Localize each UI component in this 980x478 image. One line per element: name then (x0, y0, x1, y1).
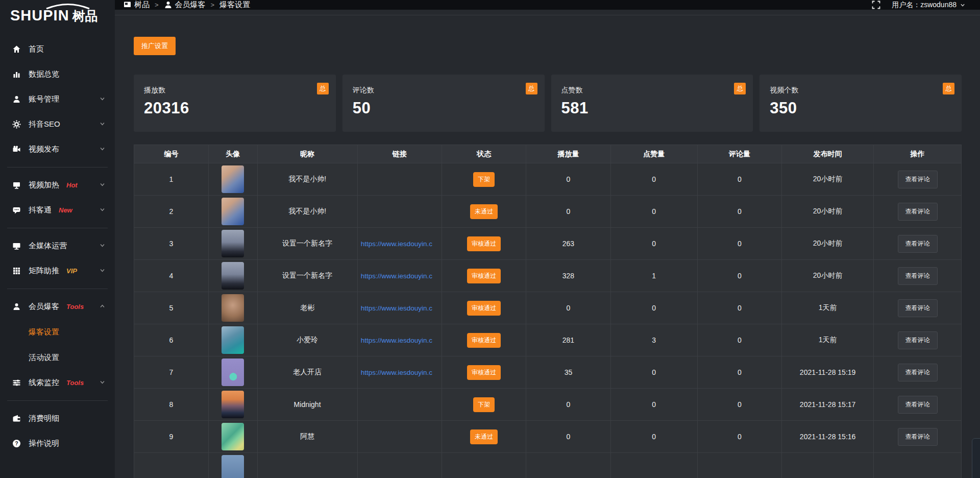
sidebar-item[interactable]: 视频发布 (0, 137, 115, 162)
status-badge: 下架 (473, 397, 495, 412)
view-comments-button[interactable]: 查看评论 (898, 171, 938, 188)
cell-comments: 0 (697, 196, 781, 228)
status-badge: 审核通过 (467, 333, 501, 348)
cell-comments: 0 (697, 260, 781, 292)
cell-nickname: 老人开店 (257, 356, 357, 389)
sidebar-menu: 首页数据总览账号管理抖音SEO视频发布视频加热Hot抖客通New全媒体运营矩阵助… (0, 30, 115, 456)
sidebar-subitem[interactable]: 爆客设置 (0, 319, 115, 345)
sidebar-item-label: 抖客通 (29, 205, 52, 215)
column-header: 发布时间 (782, 145, 874, 163)
video-link[interactable]: https://www.iesdouyin.c (361, 240, 440, 248)
cell-id: 1 (134, 163, 209, 196)
sidebar-item[interactable]: 全媒体运营 (0, 233, 115, 258)
cell-avatar (208, 324, 257, 356)
sidebar-item[interactable]: 抖音SEO (0, 112, 115, 137)
view-comments-button[interactable]: 查看评论 (898, 396, 938, 414)
view-comments-button[interactable]: 查看评论 (898, 235, 938, 253)
total-badge: 总 (526, 83, 537, 94)
cell-id: 9 (134, 421, 209, 453)
cell-likes: 0 (610, 228, 697, 260)
chat-icon (11, 206, 21, 214)
sidebar-item-label: 矩阵助推 (29, 266, 59, 276)
view-comments-button[interactable]: 查看评论 (898, 428, 938, 446)
table-row (134, 453, 962, 478)
view-comments-button[interactable]: 查看评论 (898, 299, 938, 317)
sidebar-item[interactable]: 线索监控Tools (0, 370, 115, 395)
table-row: 6小爱玲https://www.iesdouyin.c审核通过281301天前查… (134, 324, 962, 356)
sidebar-item-label: 抖音SEO (29, 119, 60, 129)
view-comments-button[interactable]: 查看评论 (898, 203, 938, 221)
sidebar-item[interactable]: 首页 (0, 37, 115, 62)
status-badge: 未通过 (470, 204, 498, 219)
view-comments-button[interactable]: 查看评论 (898, 331, 938, 349)
column-header: 链接 (357, 145, 442, 163)
cell-action (874, 453, 962, 478)
column-header: 头像 (208, 145, 257, 163)
breadcrumb-item[interactable]: 树品 (123, 0, 150, 10)
topbar-right: 用户名：zswodun88 (872, 1, 966, 10)
sidebar-item[interactable]: 抖客通New (0, 198, 115, 223)
chevron-down-icon (960, 2, 966, 8)
cell-status: 未通过 (442, 196, 526, 228)
gear-icon (11, 120, 21, 129)
breadcrumb-item: 爆客设置 (219, 0, 250, 10)
sidebar-item[interactable]: 视频加热Hot (0, 173, 115, 198)
cell-id: 6 (134, 324, 209, 356)
cell-comments: 0 (697, 163, 781, 196)
sidebar-item-label: 会员爆客 (29, 302, 59, 312)
video-link[interactable]: https://www.iesdouyin.c (361, 337, 440, 344)
sidebar-item[interactable]: 矩阵助推VIP (0, 258, 115, 283)
avatar (222, 326, 244, 354)
svg-text:?: ? (15, 440, 18, 446)
sidebar-item-badge: Tools (66, 303, 84, 310)
avatar (222, 423, 244, 450)
cell-action: 查看评论 (874, 324, 962, 356)
cell-time (782, 453, 874, 478)
sidebar-subitem[interactable]: 活动设置 (0, 345, 115, 370)
cell-likes: 0 (610, 196, 697, 228)
wallet-icon (11, 414, 21, 423)
promotion-settings-button[interactable]: 推广设置 (134, 37, 176, 55)
column-header: 播放量 (526, 145, 610, 163)
total-badge: 总 (943, 83, 954, 94)
sidebar-item-label: 线索监控 (29, 378, 59, 388)
view-comments-button[interactable]: 查看评论 (898, 364, 938, 381)
sidebar-item[interactable]: ?操作说明 (0, 431, 115, 456)
stat-label: 播放数 (144, 86, 326, 95)
video-icon (11, 145, 21, 154)
stat-label: 评论数 (353, 86, 534, 95)
user-menu[interactable]: 用户名：zswodun88 (892, 1, 966, 10)
table-header-row: 编号头像昵称链接状态播放量点赞量评论量发布时间操作 (134, 145, 962, 163)
logo-arc (45, 3, 91, 9)
sidebar-item[interactable]: 账号管理 (0, 87, 115, 112)
avatar (222, 358, 244, 386)
cell-link: https://www.iesdouyin.c (357, 356, 442, 389)
cell-link: https://www.iesdouyin.c (357, 292, 442, 324)
cell-time: 1天前 (782, 324, 874, 356)
breadcrumb-item[interactable]: 会员爆客 (164, 0, 206, 10)
sidebar-item[interactable]: 会员爆客Tools (0, 294, 115, 319)
cell-link: https://www.iesdouyin.c (357, 260, 442, 292)
sidebar: SHUPIN 树品 首页数据总览账号管理抖音SEO视频发布视频加热Hot抖客通N… (0, 0, 115, 478)
screen-icon (11, 181, 21, 189)
question-icon: ? (11, 439, 21, 448)
view-comments-button[interactable]: 查看评论 (898, 267, 938, 285)
cell-likes: 1 (610, 260, 697, 292)
video-link[interactable]: https://www.iesdouyin.c (361, 369, 440, 376)
floating-side-widget[interactable] (972, 438, 980, 478)
sidebar-divider (7, 400, 108, 401)
stat-value: 50 (353, 99, 534, 117)
cell-action: 查看评论 (874, 292, 962, 324)
stat-label: 视频个数 (770, 86, 951, 95)
video-link[interactable]: https://www.iesdouyin.c (361, 304, 440, 312)
fullscreen-icon[interactable] (872, 1, 880, 9)
cell-time: 2021-11-28 15:19 (782, 356, 874, 389)
cell-link (357, 421, 442, 453)
video-link[interactable]: https://www.iesdouyin.c (361, 272, 440, 280)
sidebar-item[interactable]: 消费明细 (0, 406, 115, 431)
videos-table: 编号头像昵称链接状态播放量点赞量评论量发布时间操作 1我不是小帅!下架00020… (134, 145, 962, 478)
stat-card: 点赞数581总 (551, 75, 753, 132)
app-icon (123, 1, 132, 9)
sidebar-item[interactable]: 数据总览 (0, 62, 115, 87)
breadcrumb-separator: > (211, 1, 215, 9)
